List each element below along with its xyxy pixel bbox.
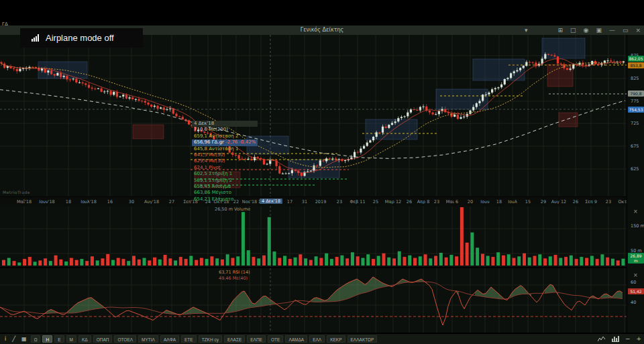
- price-badge: 862,05: [628, 56, 644, 62]
- date-label: Μαι 6: [446, 199, 458, 205]
- date-axis[interactable]: Μαΐ'18Ιουν'1818Ιουλ'181630Αυγ'1827Σεπ'18…: [0, 196, 627, 207]
- camera-icon[interactable]: ▣: [596, 26, 602, 34]
- date-label: Μαρ 12: [385, 199, 401, 205]
- price-tick: 775: [631, 99, 639, 104]
- minimize-icon[interactable]: —: [609, 26, 615, 34]
- rsi-ma-line: [0, 282, 623, 314]
- ma200-line: [0, 90, 625, 159]
- price-tick: 675: [631, 144, 639, 149]
- record-icon[interactable]: ◉: [584, 26, 589, 34]
- zoom-out-icon[interactable]: −: [625, 335, 631, 343]
- date-label: Σεπ 9: [585, 199, 597, 205]
- close-icon[interactable]: ×: [635, 26, 641, 34]
- data-window-row: 710,6 Με(200): [192, 127, 258, 133]
- price-badge: 754,53: [628, 107, 644, 113]
- volume-grid: [0, 206, 627, 267]
- ticker-button[interactable]: ΟΤΟΕΛ: [114, 335, 136, 343]
- data-window-row: 629,4 Με(30): [192, 158, 258, 164]
- data-window-row: 4 Δεκ'18: [192, 121, 258, 127]
- price-axis[interactable]: 875825775725675625862,05853,8790,8754,53…: [627, 35, 644, 333]
- interval-button-Ε[interactable]: Ε: [54, 335, 64, 343]
- interval-button-Μ[interactable]: Μ: [66, 335, 76, 343]
- grid-icon[interactable]: ▦: [19, 335, 29, 343]
- date-label: 15: [525, 199, 531, 205]
- ticker-button[interactable]: ΟΤΕ: [268, 335, 283, 343]
- data-window-row: 641,5 Με(50): [192, 152, 258, 158]
- data-window-row: 654,23 Ελάχιστο: [192, 196, 258, 203]
- toast-label: Airplane mode off: [46, 33, 114, 43]
- date-label: 26: [573, 199, 578, 205]
- ticker-button[interactable]: ΜΥΤΙΛ: [138, 335, 158, 343]
- date-crosshair-badge: 4 Δεκ'18: [260, 198, 282, 204]
- ticker-button[interactable]: ΤΖΚΗ cy: [199, 335, 222, 343]
- volume-badge: 26,89 m: [628, 253, 644, 264]
- ticker-button[interactable]: ΕΛΛ: [309, 335, 325, 343]
- percent-scale-icon[interactable]: [598, 336, 606, 342]
- ticker-button[interactable]: ΑΛΦΑ: [160, 335, 179, 343]
- price-badge: 853,8: [628, 62, 644, 68]
- rsi-legend[interactable]: 63,71 RSI (14): [219, 270, 250, 275]
- date-label: Απρ 8: [417, 199, 430, 205]
- price-badge: 790,8: [628, 91, 644, 97]
- app-screen: ΓΔ Γενικός Δείκτης ▾⊞□◉▣—▭× MetrioTrade …: [0, 0, 644, 344]
- interval-button-ΚΔ[interactable]: ΚΔ: [78, 335, 91, 343]
- date-label: 16: [107, 199, 113, 205]
- rsi-close-icon[interactable]: ×: [633, 272, 638, 278]
- ticker-button[interactable]: ΛΑΜΔΑ: [285, 335, 307, 343]
- date-label: Ιουλ: [508, 199, 517, 205]
- date-label: 18: [66, 199, 71, 205]
- ticker-button[interactable]: ΕΛΛΑΚΤΩΡ: [347, 335, 378, 343]
- price-tick: 825: [631, 76, 639, 81]
- watermark: MetrioTrade: [3, 190, 30, 194]
- data-window-row: 589,1 Στήριξη 2: [192, 178, 258, 184]
- date-label: 30: [129, 199, 134, 205]
- info-icon[interactable]: i: [3, 335, 8, 343]
- candlestick-series: [0, 52, 625, 178]
- interval-button-Ω[interactable]: Ω: [31, 335, 41, 343]
- rsi-tick: 40: [631, 300, 636, 305]
- date-label: 23: [434, 199, 439, 205]
- volume-close-icon[interactable]: ×: [633, 209, 638, 215]
- date-label: Φεβ 11: [350, 199, 365, 205]
- date-label: Ιουλ'18: [80, 199, 97, 205]
- volume-bars: [2, 207, 625, 266]
- interval-button-Η[interactable]: Η: [42, 335, 52, 343]
- rsi-fill: [24, 277, 623, 315]
- date-label: Ιουν'18: [39, 199, 54, 205]
- ma30-line: [1, 59, 623, 173]
- date-label: 2019: [315, 199, 327, 205]
- zoom-in-icon[interactable]: +: [636, 335, 641, 343]
- ticker-button[interactable]: ΕΤΕ: [181, 335, 197, 343]
- rsi-badge: 51,42: [628, 288, 644, 294]
- date-label: Μαΐ'18: [17, 199, 32, 205]
- layout-grid-icon[interactable]: ⊞: [558, 26, 564, 34]
- price-chart[interactable]: [0, 35, 627, 196]
- window-icon[interactable]: □: [570, 26, 576, 34]
- date-label: Ιουν: [480, 199, 489, 205]
- price-tick: 725: [631, 121, 639, 126]
- ticker-button[interactable]: ΕΛΠΕ: [247, 335, 266, 343]
- date-label: 18: [496, 199, 502, 205]
- maximize-icon[interactable]: ▭: [623, 26, 629, 34]
- rsi-ma-legend[interactable]: 49,46 Με(40): [219, 276, 248, 281]
- date-label: 23: [606, 199, 611, 205]
- ticker-button[interactable]: ΟΠΑΠ: [93, 335, 113, 343]
- toolbar-right-group: − +: [598, 335, 641, 343]
- date-label: 25: [373, 199, 378, 205]
- bar-scale-icon[interactable]: [612, 336, 619, 342]
- rsi-chart[interactable]: [0, 268, 627, 333]
- date-label: 17: [287, 199, 292, 205]
- supply-demand-zones: [38, 38, 585, 188]
- date-label: 29: [541, 199, 546, 205]
- ticker-button[interactable]: ΕΛΑΣΕ: [224, 335, 245, 343]
- ticker-button[interactable]: ΚΕΚΡ: [327, 335, 345, 343]
- pencil-icon[interactable]: ╱: [10, 335, 17, 343]
- data-window-row: 645,8 Αντίσταση 1: [192, 146, 258, 152]
- date-label: 27: [169, 199, 174, 205]
- signal-bars-icon: [32, 34, 39, 42]
- volume-legend[interactable]: 26,50 m Volume: [215, 207, 250, 212]
- rsi-tick: 60: [631, 280, 636, 285]
- bottom-toolbar: i╱▦ΩΗΕΜΚΔΟΠΑΠΟΤΟΕΛΜΥΤΙΛΑΛΦΑΕΤΕΤΖΚΗ cyΕΛΑ…: [0, 334, 644, 344]
- volume-chart[interactable]: [0, 206, 627, 267]
- chevron-down-icon[interactable]: ▾: [525, 26, 528, 34]
